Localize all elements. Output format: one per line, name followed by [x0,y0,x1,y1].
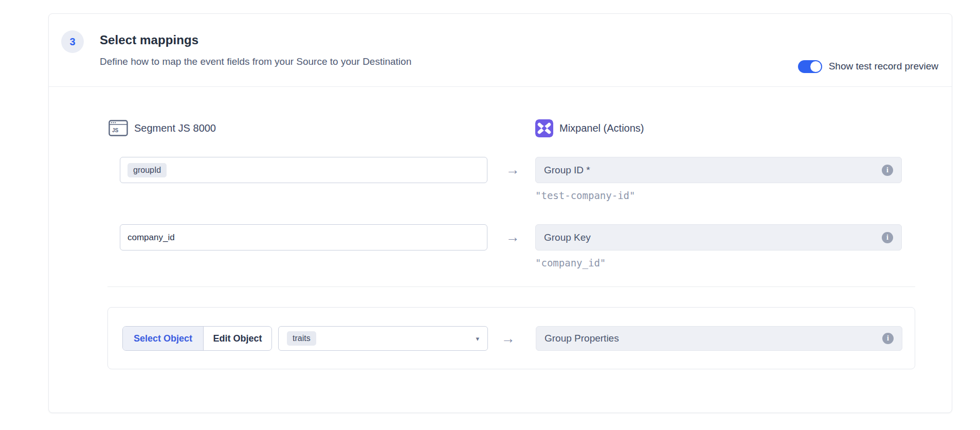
destination-field-group-id: Group ID * i [535,157,902,183]
test-record-preview-value: "test-company-id" [535,190,635,201]
js-icon-label: JS [112,128,119,133]
mixpanel-icon [535,119,553,137]
destination-field-group-key: Group Key i [535,224,902,250]
info-icon[interactable]: i [882,165,893,176]
card-header: 3 Select mappings Define how to map the … [49,14,952,86]
destination-column-header: Mixpanel (Actions) [535,118,644,138]
toggle-label: Show test record preview [829,61,938,72]
info-icon[interactable]: i [882,232,893,243]
page-title: Select mappings [100,33,198,47]
destination-field-label: Group ID * [544,165,590,176]
test-record-preview-toggle-row: Show test record preview [798,60,938,73]
destination-field-label: Group Key [544,232,591,243]
destination-field-group-properties: Group Properties i [536,326,902,351]
source-field-token[interactable]: groupId [128,163,167,177]
mapping-arrow-icon: → [497,326,519,351]
select-object-button[interactable]: Select Object [123,327,204,350]
destination-field-label: Group Properties [545,333,619,344]
source-field-text: company_id [128,232,175,243]
section-divider [107,286,915,287]
select-mappings-card: 3 Select mappings Define how to map the … [48,13,952,413]
source-name: Segment JS 8000 [134,122,216,134]
toggle-knob [810,61,821,72]
mapping-arrow-icon: → [501,224,524,250]
show-test-record-preview-toggle[interactable] [798,60,822,73]
object-mode-button-group: Select Object Edit Object [122,326,272,351]
object-select-dropdown[interactable]: traits ▾ [278,326,488,351]
info-icon[interactable]: i [882,333,894,344]
object-mapping-box: Select Object Edit Object traits ▾ → Gro… [107,307,915,369]
test-record-preview-value: "company_id" [535,257,606,268]
edit-object-button[interactable]: Edit Object [204,327,271,350]
header-divider [49,86,952,87]
destination-name: Mixpanel (Actions) [559,122,644,134]
page-subtitle: Define how to map the event fields from … [100,56,411,67]
source-column-header: JS Segment JS 8000 [108,118,216,138]
source-js-icon: JS [108,120,128,136]
step-number-badge: 3 [61,30,84,53]
source-field-input-groupid[interactable]: groupId [120,157,487,183]
selected-object-token[interactable]: traits [287,331,316,346]
source-field-input-company-id[interactable]: company_id [120,224,487,250]
step-number: 3 [69,36,75,48]
mapping-arrow-icon: → [501,157,524,183]
chevron-down-icon: ▾ [476,335,479,343]
